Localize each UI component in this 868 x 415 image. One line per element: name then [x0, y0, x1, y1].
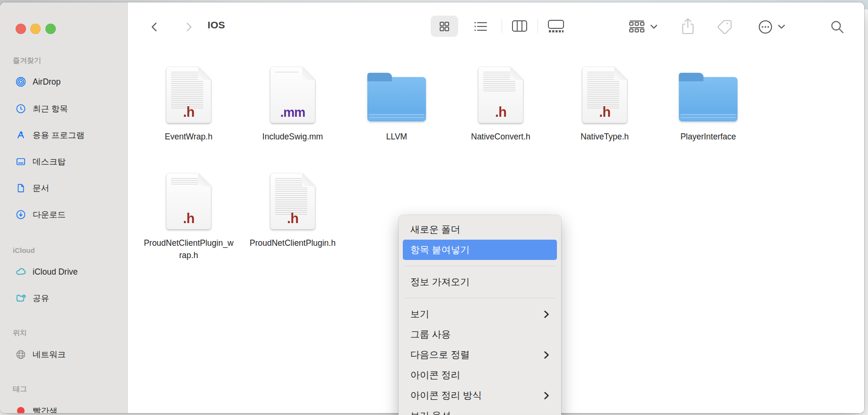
objc-file-icon: .mm: [270, 67, 315, 123]
menu-item-view[interactable]: 보기: [403, 304, 557, 324]
menu-item-new-folder[interactable]: 새로운 폴더: [403, 219, 557, 240]
sidebar-item-shared[interactable]: 공유: [10, 291, 122, 306]
window-title: IOS: [208, 19, 225, 31]
toolbar-separator: [502, 19, 502, 33]
sidebar-section-tags: 태그: [13, 384, 122, 394]
menu-item-label: 그룹 사용: [410, 328, 451, 341]
file-name: NativeType.h: [557, 130, 652, 143]
header-file-icon: .h: [478, 67, 523, 123]
sidebar-item-desktop[interactable]: 데스크탑: [10, 154, 122, 169]
folder-icon: [679, 77, 738, 121]
airdrop-icon: [15, 76, 26, 87]
sidebar-item-documents[interactable]: 문서: [10, 181, 122, 196]
menu-item-label: 항목 붙여넣기: [410, 243, 470, 256]
file-proudnet[interactable]: .h ProudNetClientPlugin.h: [245, 172, 340, 249]
sidebar-section-locations: 위치: [13, 328, 122, 338]
list-view-button[interactable]: [472, 19, 489, 34]
desktop-icon: [15, 156, 26, 167]
submenu-chevron-icon: [544, 351, 549, 359]
file-nativeconvert[interactable]: .h NativeConvert.h: [453, 65, 548, 143]
sidebar-item-network[interactable]: 네트워크: [10, 347, 122, 362]
file-extension: .h: [270, 211, 315, 226]
clock-icon: [15, 103, 26, 114]
file-name: ProudNetClientPlugin.h: [245, 237, 340, 249]
menu-item-label: 정보 가져오기: [410, 276, 470, 288]
sidebar-item-tag-red[interactable]: 빨간색: [10, 403, 122, 413]
menu-item-label: 다음으로 정렬: [410, 348, 470, 361]
file-nativetype[interactable]: .h NativeType.h: [557, 65, 652, 143]
menu-item-paste[interactable]: 항목 붙여넣기: [403, 240, 557, 260]
file-name: LLVM: [349, 130, 444, 143]
header-file-icon: .h: [166, 173, 211, 229]
sidebar: 즐겨찾기 AirDrop 최근 항목 응용 프로그램: [0, 2, 128, 413]
menu-item-get-info[interactable]: 정보 가져오기: [403, 272, 557, 292]
sidebar-item-airdrop[interactable]: AirDrop: [10, 74, 122, 89]
file-extension: .mm: [270, 105, 315, 120]
folder-llvm[interactable]: LLVM: [349, 65, 444, 143]
chevron-down-icon[interactable]: [777, 23, 786, 30]
sidebar-section-favorites: 즐겨찾기: [13, 55, 122, 66]
header-file-icon: .h: [582, 67, 627, 123]
close-button[interactable]: [16, 24, 26, 34]
file-name: PlayerInterface: [661, 130, 755, 143]
file-includeswig[interactable]: .mm IncludeSwig.mm: [245, 65, 340, 143]
header-file-icon: .h: [270, 173, 315, 229]
sidebar-item-label: 다운로드: [33, 209, 66, 220]
cloud-icon: [15, 266, 26, 277]
file-extension: .h: [478, 104, 523, 120]
sidebar-item-recents[interactable]: 최근 항목: [10, 101, 122, 116]
folder-playerinterface[interactable]: PlayerInterface: [661, 65, 755, 143]
sidebar-item-label: iCloud Drive: [33, 267, 78, 277]
file-extension: .h: [166, 104, 211, 120]
sidebar-item-label: 문서: [33, 182, 49, 194]
file-eventwrap[interactable]: .h EventWrap.h: [141, 65, 236, 143]
file-proudnet-wrap[interactable]: .h ProudNetClientPlugin_wrap.h: [141, 172, 236, 261]
submenu-chevron-icon: [544, 391, 549, 400]
file-name: NativeConvert.h: [453, 130, 548, 143]
menu-item-use-groups[interactable]: 그룹 사용: [403, 324, 557, 345]
menu-item-clean-up-by[interactable]: 아이콘 정리 방식: [403, 385, 557, 406]
sidebar-item-label: 데스크탑: [33, 156, 66, 167]
search-button[interactable]: [829, 18, 846, 35]
menu-separator: [405, 266, 555, 266]
minimize-button[interactable]: [30, 24, 41, 34]
menu-item-sort-by[interactable]: 다음으로 정렬: [403, 345, 557, 365]
sidebar-item-label: AirDrop: [33, 77, 61, 87]
document-icon: [15, 182, 26, 194]
file-extension: .h: [582, 104, 627, 120]
shared-folder-icon: [15, 293, 26, 304]
share-button[interactable]: [679, 17, 696, 36]
file-name: EventWrap.h: [141, 130, 236, 143]
folder-icon: [367, 77, 426, 121]
gallery-view-button[interactable]: [546, 18, 566, 34]
menu-item-clean-up[interactable]: 아이콘 정리: [403, 365, 557, 385]
file-extension: .h: [166, 211, 211, 226]
menu-item-label: 아이콘 정리 방식: [410, 389, 482, 402]
menu-item-label: 보기: [410, 308, 429, 320]
forward-button[interactable]: [181, 19, 196, 35]
zoom-button[interactable]: [45, 24, 56, 34]
sidebar-item-label: 최근 항목: [33, 103, 68, 114]
sidebar-item-label: 빨간색: [33, 405, 58, 413]
back-button[interactable]: [147, 19, 162, 35]
download-icon: [15, 209, 26, 220]
red-tag-icon: [15, 405, 26, 413]
sidebar-item-applications[interactable]: 응용 프로그램: [10, 128, 122, 143]
sidebar-item-label: 네트워크: [33, 349, 66, 360]
more-actions-button[interactable]: [757, 18, 774, 35]
submenu-chevron-icon: [544, 310, 549, 319]
column-view-button[interactable]: [510, 18, 529, 34]
sidebar-item-label: 응용 프로그램: [33, 130, 85, 141]
icon-view-button[interactable]: [431, 16, 458, 37]
sidebar-item-downloads[interactable]: 다운로드: [10, 207, 122, 222]
menu-item-label: 새로운 폴더: [410, 223, 460, 236]
menu-item-label: 보기 옵션: [410, 409, 451, 415]
sidebar-item-label: 공유: [33, 293, 49, 304]
chevron-down-icon[interactable]: [649, 23, 659, 30]
file-name: ProudNetClientPlugin_wrap.h: [141, 237, 236, 261]
sidebar-item-icloud-drive[interactable]: iCloud Drive: [10, 264, 122, 279]
menu-item-show-view-options[interactable]: 보기 옵션: [403, 406, 557, 415]
file-name: IncludeSwig.mm: [245, 130, 340, 143]
tags-button[interactable]: [715, 17, 734, 36]
group-by-button[interactable]: [627, 18, 646, 35]
